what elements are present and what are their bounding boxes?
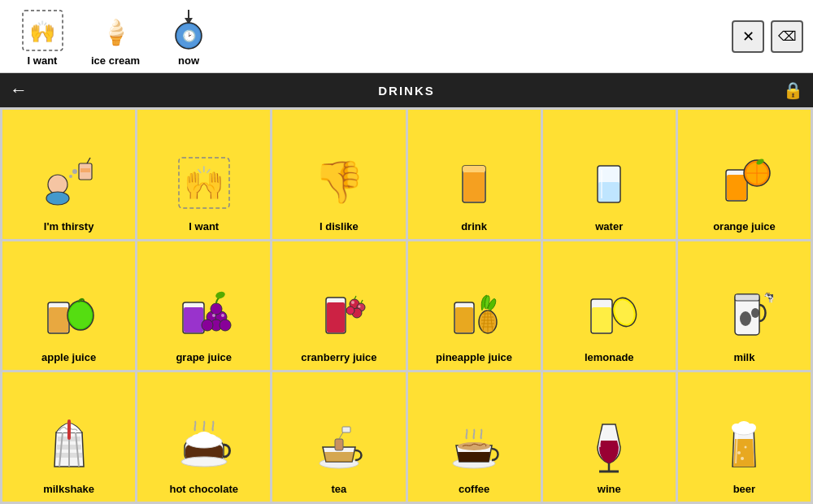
phrase-word-now[interactable]: 🕑 now — [156, 6, 221, 67]
drink-icon — [445, 150, 503, 215]
water-label: water — [595, 220, 623, 232]
phrase-word-i-want-label: I want — [28, 54, 58, 67]
svg-point-74 — [740, 311, 751, 326]
phrase-word-ice-cream-label: ice cream — [91, 54, 140, 67]
phrase-word-now-label: now — [178, 54, 199, 67]
tea-label: tea — [332, 483, 347, 495]
apple-juice-icon — [40, 281, 98, 346]
phrase-word-ice-cream[interactable]: 🍦 ice cream — [83, 6, 148, 67]
beer-icon — [715, 413, 773, 478]
top-bar: 🙌 I want 🍦 ice cream 🕑 now ✕ — [0, 0, 813, 73]
svg-point-40 — [211, 303, 222, 315]
cranberry-juice-label: cranberry juice — [301, 351, 376, 363]
coffee-label: coffee — [459, 483, 489, 495]
coffee-icon — [445, 413, 503, 478]
svg-point-42 — [202, 319, 213, 331]
now-icon: 🕑 — [164, 6, 213, 54]
cell-grape-juice[interactable]: grape juice — [137, 241, 270, 371]
svg-rect-95 — [335, 439, 343, 450]
cell-drink[interactable]: drink — [408, 110, 541, 239]
lock-button[interactable]: 🔒 — [783, 80, 803, 100]
svg-line-56 — [361, 300, 363, 303]
svg-rect-20 — [463, 166, 485, 172]
cell-lemonade[interactable]: lemonade — [543, 241, 676, 371]
svg-rect-97 — [342, 427, 350, 432]
milkshake-label: milkshake — [43, 483, 94, 495]
i-want-label: I want — [189, 220, 219, 232]
milk-label: milk — [733, 351, 754, 363]
lemonade-icon — [580, 281, 638, 346]
svg-point-43 — [220, 319, 231, 331]
top-right-buttons: ✕ ⌫ — [732, 20, 803, 53]
svg-point-93 — [183, 458, 225, 466]
nav-title: DRINKS — [378, 84, 435, 98]
cell-wine[interactable]: wine — [543, 372, 676, 502]
svg-rect-58 — [455, 307, 473, 332]
phrase-word-i-want[interactable]: 🙌 I want — [10, 6, 75, 67]
cell-i-dislike[interactable]: 👎 I dislike — [272, 110, 405, 239]
svg-point-10 — [69, 175, 72, 178]
wine-icon — [580, 413, 638, 478]
cell-milk[interactable]: 🐄 milk — [678, 241, 811, 371]
svg-point-105 — [737, 421, 750, 431]
svg-point-11 — [72, 169, 77, 174]
cell-cranberry-juice[interactable]: cranberry juice — [272, 241, 405, 371]
cell-milkshake[interactable]: milkshake — [2, 372, 135, 502]
cell-orange-juice[interactable]: orange juice — [678, 110, 811, 239]
cell-beer[interactable]: beer — [678, 372, 811, 502]
svg-point-108 — [741, 457, 744, 460]
im-thirsty-icon — [40, 150, 98, 215]
apple-juice-label: apple juice — [41, 351, 96, 363]
svg-point-8 — [48, 175, 67, 194]
svg-point-75 — [751, 308, 759, 318]
svg-line-14 — [87, 158, 90, 163]
hot-chocolate-label: hot chocolate — [169, 483, 238, 495]
cell-coffee[interactable]: coffee — [408, 372, 541, 502]
svg-text:🕑: 🕑 — [181, 29, 196, 43]
grape-juice-icon — [175, 281, 233, 346]
backspace-button[interactable]: ⌫ — [771, 20, 803, 53]
svg-text:🍦: 🍦 — [100, 18, 131, 47]
svg-point-52 — [346, 306, 354, 315]
svg-text:👎: 👎 — [314, 158, 365, 206]
close-button[interactable]: ✕ — [732, 20, 764, 53]
cell-water[interactable]: water — [543, 110, 676, 239]
water-icon — [580, 150, 638, 215]
svg-point-53 — [351, 301, 354, 304]
cell-tea[interactable]: tea — [272, 372, 405, 502]
svg-text:🐄: 🐄 — [763, 290, 773, 304]
svg-point-9 — [46, 192, 69, 205]
i-dislike-label: I dislike — [320, 220, 359, 232]
svg-rect-48 — [327, 302, 345, 332]
svg-point-91 — [196, 432, 212, 443]
lemonade-label: lemonade — [585, 351, 634, 363]
hot-chocolate-icon — [175, 413, 233, 478]
svg-text:🙌: 🙌 — [29, 19, 56, 45]
svg-rect-13 — [80, 168, 90, 172]
cell-i-want[interactable]: 🙌 I want — [137, 110, 270, 239]
i-want-icon: 🙌 — [18, 6, 67, 54]
svg-rect-32 — [49, 307, 68, 332]
svg-rect-69 — [592, 307, 611, 332]
ice-cream-icon: 🍦 — [91, 6, 140, 54]
back-button[interactable]: ← — [10, 80, 28, 101]
cell-apple-juice[interactable]: apple juice — [2, 241, 135, 371]
svg-rect-25 — [727, 175, 746, 200]
cell-pineapple-juice[interactable]: pineapple juice — [408, 241, 541, 371]
i-want-grid-icon: 🙌 — [175, 150, 233, 215]
tea-icon — [310, 413, 368, 478]
milkshake-icon — [40, 413, 98, 478]
svg-rect-83 — [67, 419, 71, 440]
cranberry-juice-icon — [310, 281, 368, 346]
svg-point-107 — [745, 446, 747, 449]
svg-rect-19 — [463, 172, 485, 202]
i-dislike-icon: 👎 — [310, 150, 368, 215]
cell-im-thirsty[interactable]: I'm thirsty — [2, 110, 135, 239]
drink-label: drink — [461, 220, 487, 232]
svg-rect-73 — [735, 294, 759, 301]
svg-point-46 — [215, 291, 226, 301]
cell-hot-chocolate[interactable]: hot chocolate — [137, 372, 270, 502]
svg-point-54 — [358, 306, 360, 308]
svg-line-55 — [354, 296, 356, 299]
orange-juice-label: orange juice — [713, 220, 776, 232]
